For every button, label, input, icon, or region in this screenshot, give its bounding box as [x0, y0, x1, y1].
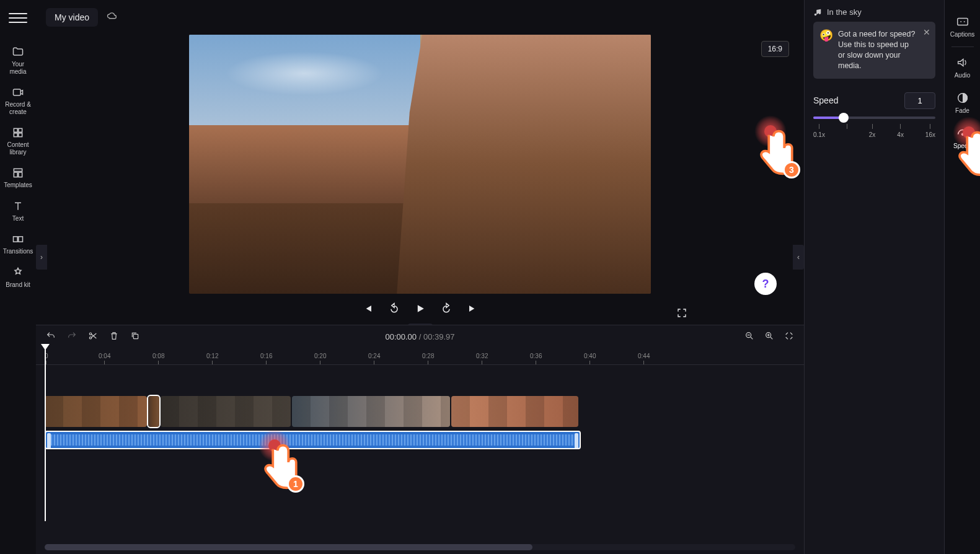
rail-label: Audio	[955, 72, 971, 79]
video-clip[interactable]	[45, 396, 147, 427]
nav-your-media[interactable]: Your media	[2, 41, 33, 80]
video-preview[interactable]	[189, 35, 651, 294]
duplicate-button[interactable]	[130, 331, 140, 343]
audio-trim-handle-right[interactable]	[575, 433, 578, 449]
canvas-area: 16:9 ? ⌄	[36, 35, 804, 319]
speed-icon	[956, 126, 969, 140]
nav-label: Content library	[2, 141, 33, 156]
fullscreen-button[interactable]	[676, 307, 687, 320]
svg-point-17	[961, 133, 963, 135]
scrollbar-thumb[interactable]	[45, 544, 532, 550]
cloud-sync-icon[interactable]	[107, 11, 118, 24]
svg-rect-15	[957, 19, 968, 25]
audio-clip[interactable]	[45, 431, 581, 449]
tracks	[36, 365, 804, 449]
svg-rect-0	[14, 89, 21, 95]
close-tooltip-button[interactable]: ✕	[923, 27, 930, 38]
slider-thumb[interactable]	[839, 113, 849, 123]
svg-rect-12	[133, 334, 138, 338]
left-sidebar: Your media Record & create Content libra…	[0, 0, 36, 554]
nav-label: Text	[12, 215, 24, 222]
expand-right-panel[interactable]: ‹	[793, 245, 804, 270]
expand-left-panel[interactable]: ›	[36, 245, 47, 270]
svg-rect-9	[19, 237, 23, 242]
properties-panel: In the sky 🤪 Got a need for speed? Use t…	[804, 0, 944, 554]
rail-captions[interactable]: Captions	[947, 9, 978, 44]
timeline-ruler[interactable]: 0 0:04 0:08 0:12 0:16 0:20 0:24 0:28 0:3…	[36, 348, 804, 365]
nav-content-library[interactable]: Content library	[2, 121, 33, 160]
nav-templates[interactable]: Templates	[2, 162, 33, 194]
slider-ticks: 0.1x 2x 4x 16x	[813, 124, 935, 138]
skip-forward-button[interactable]	[466, 302, 479, 315]
total-time: 00:39.97	[423, 332, 455, 341]
nav-label: Transitions	[3, 248, 33, 255]
timecode: 00:00.00 / 00:39.97	[385, 332, 454, 341]
nav-transitions[interactable]: Transitions	[2, 228, 33, 260]
timeline: 00:00.00 / 00:39.97 0 0:04 0:08 0:12 0:1…	[36, 325, 804, 554]
playhead[interactable]	[45, 348, 46, 521]
svg-rect-8	[14, 237, 18, 242]
current-time: 00:00.00	[385, 332, 417, 341]
svg-rect-5	[14, 169, 22, 171]
rail-label: Captions	[950, 31, 974, 38]
speed-slider[interactable]	[813, 117, 935, 119]
svg-rect-2	[19, 128, 22, 132]
audio-name: In the sky	[827, 7, 862, 17]
svg-rect-4	[19, 133, 22, 137]
skip-back-button[interactable]	[362, 302, 374, 315]
project-title[interactable]: My video	[46, 8, 98, 27]
text-icon	[12, 200, 24, 213]
rail-label: Fade	[955, 107, 969, 114]
undo-button[interactable]	[46, 331, 56, 343]
svg-rect-3	[14, 133, 17, 137]
nav-text[interactable]: Text	[2, 195, 33, 227]
brand-kit-icon	[12, 266, 24, 279]
folder-icon	[12, 46, 24, 58]
rail-speed[interactable]: Speed	[947, 120, 978, 156]
nav-label: Your media	[2, 61, 33, 75]
speed-row: Speed	[813, 92, 935, 109]
split-button[interactable]	[88, 331, 98, 343]
play-button[interactable]	[414, 302, 426, 315]
redo-button[interactable]	[67, 331, 77, 343]
rail-audio[interactable]: Audio	[947, 50, 978, 85]
waveform-icon	[51, 434, 575, 446]
rail-fade[interactable]: Fade	[947, 85, 978, 120]
aspect-ratio-button[interactable]: 16:9	[761, 41, 789, 57]
video-clip[interactable]	[292, 396, 450, 427]
zoom-out-button[interactable]	[744, 331, 754, 343]
video-clip[interactable]	[451, 396, 578, 427]
speed-input[interactable]	[904, 92, 935, 109]
nav-record-create[interactable]: Record & create	[2, 81, 33, 120]
speed-tooltip: 🤪 Got a need for speed? Use this to spee…	[813, 22, 935, 79]
delete-button[interactable]	[109, 331, 119, 343]
forward-button[interactable]	[440, 302, 452, 315]
video-track	[45, 396, 581, 427]
music-note-icon	[813, 8, 822, 17]
help-button[interactable]: ?	[754, 273, 777, 295]
right-rail: Captions Audio Fade Speed	[944, 0, 980, 554]
video-clip[interactable]	[148, 396, 159, 427]
zoom-in-button[interactable]	[764, 331, 774, 343]
rewind-button[interactable]	[388, 302, 400, 315]
nav-label: Record & create	[2, 101, 33, 115]
menu-button[interactable]	[9, 9, 27, 27]
svg-rect-7	[19, 172, 22, 177]
templates-icon	[12, 167, 24, 179]
rail-label: Speed	[953, 143, 971, 149]
timeline-scrollbar[interactable]	[45, 544, 795, 550]
captions-icon	[956, 15, 969, 29]
fade-icon	[956, 91, 969, 105]
timeline-toolbar: 00:00.00 / 00:39.97	[36, 325, 804, 348]
audio-icon	[956, 56, 969, 69]
camera-icon	[12, 86, 24, 99]
video-clip[interactable]	[161, 396, 291, 427]
nav-label: Templates	[4, 182, 32, 189]
transitions-icon	[12, 233, 24, 245]
zoom-fit-button[interactable]	[784, 331, 794, 343]
tooltip-text: Got a need for speed? Use this to speed …	[838, 30, 915, 70]
svg-rect-1	[14, 128, 17, 132]
library-icon	[12, 126, 24, 139]
emoji-icon: 🤪	[819, 28, 833, 43]
nav-brand-kit[interactable]: Brand kit	[2, 262, 33, 294]
